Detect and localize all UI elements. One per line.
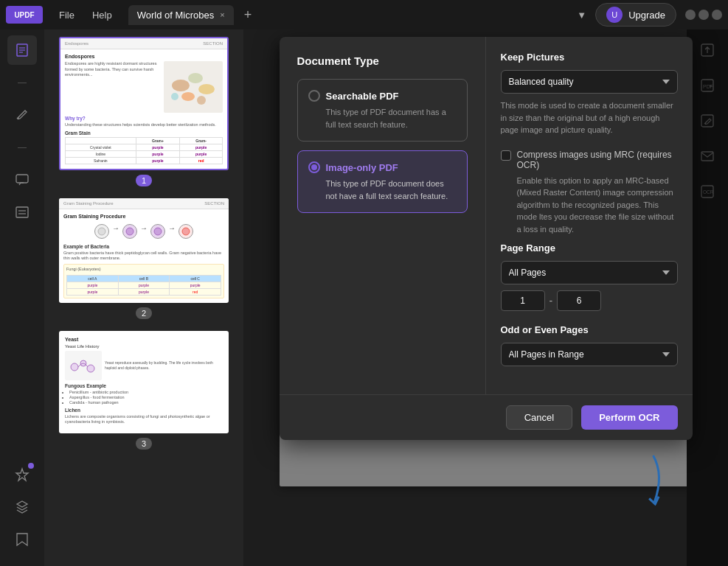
settings-section: Keep Pictures Balanced quality High qual… bbox=[486, 37, 693, 394]
sidebar-divider-1: — bbox=[7, 68, 37, 97]
close-button[interactable]: × bbox=[712, 10, 722, 20]
page-3-frame[interactable]: Yeast Yeast Life History Yea bbox=[59, 331, 229, 433]
sidebar-icon-star[interactable] bbox=[7, 460, 37, 489]
svg-point-15 bbox=[98, 228, 105, 235]
searchable-desc: This type of PDF document has a full tex… bbox=[308, 106, 457, 130]
odd-even-select[interactable]: All Pages in Range Odd Pages Only Even P… bbox=[501, 343, 678, 366]
range-to-input[interactable] bbox=[557, 290, 601, 311]
svg-point-19 bbox=[71, 363, 78, 371]
sidebar-icon-comment[interactable] bbox=[7, 165, 37, 195]
odd-even-label: Odd or Even Pages bbox=[501, 324, 678, 335]
thumbnail-page-2[interactable]: Gram Staining ProcedureSECTION Gram Stai… bbox=[52, 198, 236, 319]
menu-bar: File Help bbox=[52, 7, 119, 24]
dialog-footer: Cancel Perform OCR bbox=[280, 394, 693, 440]
minimize-button[interactable]: − bbox=[685, 10, 696, 20]
tab-title: World of Microbes bbox=[137, 10, 215, 21]
svg-point-11 bbox=[198, 84, 215, 94]
sidebar-icon-form[interactable] bbox=[7, 198, 37, 227]
doc-type-title: Document Type bbox=[297, 55, 468, 67]
upgrade-button[interactable]: U Upgrade bbox=[595, 3, 676, 27]
image-only-pdf-option[interactable]: Image-only PDF This type of PDF document… bbox=[297, 150, 468, 213]
cancel-button[interactable]: Cancel bbox=[506, 405, 572, 430]
page-2-frame[interactable]: Gram Staining ProcedureSECTION Gram Stai… bbox=[59, 198, 229, 303]
svg-point-21 bbox=[87, 365, 94, 372]
svg-marker-8 bbox=[16, 469, 28, 481]
main-content: — — E bbox=[0, 29, 728, 566]
document-tab[interactable]: World of Microbes × bbox=[128, 5, 234, 25]
image-only-label: Image-only PDF bbox=[326, 162, 398, 173]
page-range-label: Page Range bbox=[501, 242, 678, 254]
range-dash: - bbox=[550, 295, 553, 307]
image-only-option-header: Image-only PDF bbox=[308, 161, 457, 173]
image-only-radio bbox=[308, 161, 320, 173]
radio-inner-dot bbox=[311, 164, 317, 170]
svg-rect-5 bbox=[16, 207, 28, 217]
svg-point-18 bbox=[182, 228, 190, 235]
svg-point-12 bbox=[181, 92, 195, 101]
page-1-frame[interactable]: EndosporesSECTION Endospores Endospores … bbox=[59, 37, 229, 170]
pdf-viewer: Chapter End... Endos... that a... harsh.… bbox=[243, 29, 728, 566]
maximize-button[interactable]: □ bbox=[698, 10, 709, 20]
mrc-label: Compress images using MRC (requires OCR) bbox=[517, 150, 678, 170]
svg-rect-4 bbox=[16, 175, 28, 183]
range-inputs: - bbox=[501, 290, 678, 311]
svg-point-16 bbox=[126, 228, 134, 235]
mrc-row: Compress images using MRC (requires OCR)… bbox=[501, 150, 678, 236]
tab-close-icon[interactable]: × bbox=[220, 10, 224, 19]
sidebar-divider-2: — bbox=[7, 133, 37, 162]
thumbnail-panel: EndosporesSECTION Endospores Endospores … bbox=[44, 29, 243, 566]
thumbnail-page-1[interactable]: EndosporesSECTION Endospores Endospores … bbox=[52, 37, 236, 186]
dialog-body: Document Type Searchable PDF This type o… bbox=[280, 37, 693, 394]
sidebar-icon-edit[interactable] bbox=[7, 100, 37, 130]
svg-point-17 bbox=[154, 228, 162, 235]
keep-pictures-group: Keep Pictures Balanced quality High qual… bbox=[501, 52, 678, 136]
mrc-checkbox[interactable] bbox=[501, 150, 511, 161]
svg-point-10 bbox=[188, 73, 203, 83]
arrow-pointer bbox=[617, 450, 676, 513]
page-range-select[interactable]: All Pages Custom Range bbox=[501, 261, 678, 284]
searchable-pdf-option[interactable]: Searchable PDF This type of PDF document… bbox=[297, 79, 468, 142]
view-dropdown[interactable]: ▼ bbox=[577, 10, 586, 21]
menu-file[interactable]: File bbox=[52, 7, 82, 24]
sidebar-icon-bookmark[interactable] bbox=[7, 525, 37, 554]
new-tab-button[interactable]: + bbox=[240, 6, 257, 24]
mrc-description: Enable this option to apply an MRC-based… bbox=[517, 175, 678, 236]
menu-help[interactable]: Help bbox=[85, 7, 119, 24]
ocr-dialog: Document Type Searchable PDF This type o… bbox=[280, 37, 693, 440]
perform-ocr-button[interactable]: Perform OCR bbox=[581, 405, 677, 430]
keep-pictures-select[interactable]: Balanced quality High quality Low qualit… bbox=[501, 70, 678, 94]
image-only-desc: This type of PDF document does not have … bbox=[308, 178, 457, 202]
doc-type-section: Document Type Searchable PDF This type o… bbox=[280, 37, 486, 394]
dialog-overlay: Document Type Searchable PDF This type o… bbox=[243, 29, 728, 566]
thumb-header-1: EndosporesSECTION bbox=[60, 38, 227, 49]
svg-point-9 bbox=[172, 80, 190, 91]
window-controls: − □ × bbox=[685, 10, 722, 20]
avatar: U bbox=[606, 7, 623, 23]
keep-pictures-info: This mode is used to create a document s… bbox=[501, 99, 678, 136]
sidebar-icon-pages[interactable] bbox=[7, 35, 37, 65]
sidebar-icon-layers[interactable] bbox=[7, 492, 37, 522]
app-logo: UPDF bbox=[6, 6, 43, 24]
left-sidebar: — — bbox=[0, 29, 44, 566]
keep-pictures-label: Keep Pictures bbox=[501, 52, 678, 63]
svg-point-13 bbox=[171, 93, 178, 100]
thumbnail-page-3[interactable]: Yeast Yeast Life History Yea bbox=[52, 331, 236, 450]
page-number-2: 2 bbox=[136, 307, 152, 319]
range-from-input[interactable] bbox=[501, 290, 545, 311]
svg-point-14 bbox=[197, 96, 206, 105]
titlebar: UPDF File Help World of Microbes × + ▼ U… bbox=[0, 0, 728, 29]
page-range-group: Page Range All Pages Custom Range - bbox=[501, 242, 678, 311]
searchable-radio bbox=[308, 90, 320, 102]
odd-even-group: Odd or Even Pages All Pages in Range Odd… bbox=[501, 324, 678, 366]
page-number-3: 3 bbox=[136, 438, 152, 450]
thumb-header-2: Gram Staining ProcedureSECTION bbox=[59, 198, 229, 209]
page-number-1: 1 bbox=[136, 175, 152, 186]
searchable-label: Searchable PDF bbox=[326, 91, 399, 102]
badge bbox=[28, 463, 34, 469]
searchable-option-header: Searchable PDF bbox=[308, 90, 457, 102]
